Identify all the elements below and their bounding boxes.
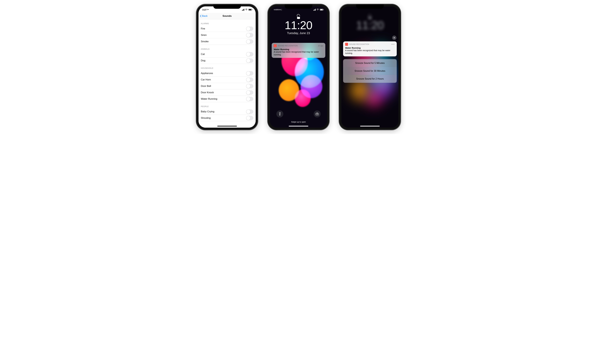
camera-button[interactable] — [314, 110, 321, 117]
row-label: Dog — [201, 59, 205, 62]
toggle-door-bell[interactable] — [246, 84, 253, 88]
back-label: Back — [202, 15, 208, 17]
row-label: Door Knock — [201, 91, 214, 94]
action-label: Snooze Sound for 2 Hours — [356, 77, 384, 80]
phone-frame-notification-expanded: 11:20 SOUND RECOGNITION ••• Water Runnin… — [339, 4, 401, 130]
carrier-label: vodafone | — [274, 8, 282, 11]
section-header-household: HOUSEHOLD — [198, 64, 256, 70]
toggle-appliances[interactable] — [246, 71, 253, 76]
notch — [285, 4, 312, 9]
row-door-knock[interactable]: Door Knock — [198, 89, 256, 96]
notification-title: Water Running — [345, 47, 395, 49]
row-label: Car Horn — [201, 78, 211, 81]
row-label: Fire — [201, 27, 205, 30]
svg-point-2 — [317, 114, 318, 115]
row-label: Water Running — [201, 98, 217, 101]
action-label: Snooze Sound for 5 Minutes — [355, 62, 385, 64]
screen-lockscreen: vodafone | 11:20 Tuesday, June 23 SOUND … — [270, 6, 327, 128]
row-dog[interactable]: Dog — [198, 57, 256, 64]
row-car-horn[interactable]: Car Horn — [198, 77, 256, 83]
sounds-list[interactable]: ALARMS Fire Siren Smoke ANIMALS Cat Dog … — [198, 19, 256, 128]
row-label: Siren — [201, 34, 207, 37]
close-button[interactable] — [392, 36, 396, 40]
cellular-icon — [313, 9, 316, 11]
row-appliances[interactable]: Appliances — [198, 70, 256, 77]
notification-expanded[interactable]: SOUND RECOGNITION ••• Water Running A so… — [343, 41, 397, 56]
notification-app-name: SOUND RECOGNITION — [278, 45, 317, 47]
lock-icon — [297, 15, 300, 19]
row-label: Smoke — [201, 40, 209, 43]
wifi-icon — [317, 9, 319, 10]
notification-time: 1h ago — [318, 45, 323, 47]
battery-icon — [320, 9, 323, 10]
battery-icon — [248, 9, 252, 10]
notification-body: A sound has been recognized that may be … — [345, 49, 395, 55]
wifi-icon — [245, 9, 247, 10]
toggle-water-running[interactable] — [246, 97, 253, 101]
toggle-baby-crying[interactable] — [246, 109, 253, 114]
notification-app-icon — [274, 44, 277, 47]
status-time: 3:27 — [202, 8, 207, 11]
clock: 11:20 — [270, 20, 327, 31]
date: Tuesday, June 23 — [270, 31, 327, 35]
cellular-icon — [242, 9, 244, 11]
notification[interactable]: SOUND RECOGNITION 1h ago Water Running A… — [272, 43, 325, 58]
home-indicator[interactable] — [289, 126, 308, 126]
toggle-fire[interactable] — [246, 27, 253, 31]
row-fire[interactable]: Fire — [198, 25, 256, 32]
row-label: Appliances — [201, 72, 213, 75]
notch — [356, 4, 384, 9]
notch — [213, 4, 241, 9]
toggle-shouting[interactable] — [246, 116, 253, 120]
lockscreen-controls — [270, 110, 327, 117]
screen-notification-expanded: 11:20 SOUND RECOGNITION ••• Water Runnin… — [341, 6, 399, 128]
row-cat[interactable]: Cat — [198, 51, 256, 57]
action-label: Snooze Sound for 30 Minutes — [355, 70, 385, 72]
notification-title: Water Running — [274, 48, 323, 51]
row-shouting[interactable]: Shouting — [198, 115, 256, 121]
snooze-5-min-button[interactable]: Snooze Sound for 5 Minutes — [343, 59, 397, 67]
notification-app-icon — [345, 43, 348, 46]
location-icon: ➤ — [207, 8, 209, 10]
phone-frame-lockscreen: vodafone | 11:20 Tuesday, June 23 SOUND … — [268, 4, 329, 130]
home-indicator[interactable] — [360, 126, 380, 126]
row-label: Shouting — [201, 116, 211, 119]
lock-header: 11:20 Tuesday, June 23 — [270, 15, 327, 35]
notification-actions: Snooze Sound for 5 Minutes Snooze Sound … — [343, 59, 397, 83]
row-label: Door Bell — [201, 85, 211, 88]
home-indicator[interactable] — [217, 126, 237, 126]
nav-bar: Back Sounds — [198, 13, 256, 19]
snooze-30-min-button[interactable]: Snooze Sound for 30 Minutes — [343, 67, 397, 75]
nav-title: Sounds — [223, 15, 232, 17]
toggle-siren[interactable] — [246, 33, 253, 37]
toggle-cat[interactable] — [246, 52, 253, 56]
row-label: Baby Crying — [201, 110, 214, 113]
screen-settings: 3:27 ➤ Back Sounds ALARMS Fire Siren Smo… — [198, 6, 256, 128]
chevron-left-icon — [200, 15, 202, 17]
notification-body: A sound has been recognized that may be … — [274, 51, 323, 56]
snooze-2-hours-button[interactable]: Snooze Sound for 2 Hours — [343, 75, 397, 83]
row-label: Cat — [201, 53, 205, 56]
lock-header-blurred: 11:20 — [341, 15, 399, 31]
row-baby-crying[interactable]: Baby Crying — [198, 108, 256, 115]
section-header-alarms: ALARMS — [198, 19, 256, 25]
flashlight-button[interactable] — [276, 110, 283, 117]
row-door-bell[interactable]: Door Bell — [198, 83, 256, 89]
back-button[interactable]: Back — [200, 15, 208, 17]
notification-app-name: SOUND RECOGNITION — [349, 43, 390, 45]
section-header-people: PEOPLE — [198, 102, 256, 108]
svg-point-0 — [280, 114, 280, 114]
phone-frame-settings: 3:27 ➤ Back Sounds ALARMS Fire Siren Smo… — [196, 4, 258, 130]
row-siren[interactable]: Siren — [198, 32, 256, 38]
row-smoke[interactable]: Smoke — [198, 38, 256, 45]
section-header-animals: ANIMALS — [198, 45, 256, 51]
toggle-smoke[interactable] — [246, 39, 253, 44]
more-icon[interactable]: ••• — [391, 43, 395, 46]
toggle-dog[interactable] — [246, 58, 253, 63]
swipe-hint: Swipe up to open — [270, 121, 327, 123]
toggle-door-knock[interactable] — [246, 90, 253, 95]
row-water-running[interactable]: Water Running — [198, 96, 256, 102]
toggle-car-horn[interactable] — [246, 77, 253, 82]
